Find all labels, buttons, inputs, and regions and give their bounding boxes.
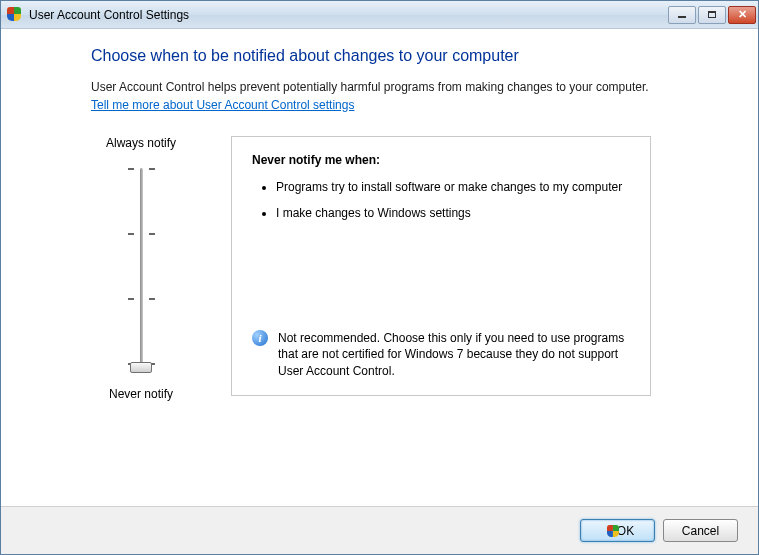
uac-shield-icon (602, 525, 612, 537)
detail-title: Never notify me when: (252, 153, 630, 167)
ok-label: OK (617, 524, 634, 538)
page-heading: Choose when to be notified about changes… (91, 47, 698, 65)
detail-bullets: Programs try to install software or make… (252, 179, 630, 231)
slider-bottom-label: Never notify (109, 387, 173, 401)
notification-slider[interactable] (121, 163, 161, 373)
slider-area: Always notify Never notify Never not (91, 136, 698, 396)
close-button[interactable]: ✕ (728, 6, 756, 24)
level-detail-box: Never notify me when: Programs try to in… (231, 136, 651, 396)
main-content: Choose when to be notified about changes… (1, 29, 758, 506)
ok-button[interactable]: OK (580, 519, 655, 542)
cancel-button[interactable]: Cancel (663, 519, 738, 542)
uac-settings-window: User Account Control Settings ✕ Choose w… (0, 0, 759, 555)
detail-bullet: I make changes to Windows settings (276, 205, 630, 221)
minimize-button[interactable] (668, 6, 696, 24)
slider-thumb[interactable] (130, 362, 152, 373)
client-area: Choose when to be notified about changes… (1, 29, 758, 554)
info-icon: i (252, 330, 268, 346)
detail-bullet: Programs try to install software or make… (276, 179, 630, 195)
help-link[interactable]: Tell me more about User Account Control … (91, 98, 354, 112)
titlebar[interactable]: User Account Control Settings ✕ (1, 1, 758, 29)
window-title: User Account Control Settings (29, 8, 668, 22)
recommendation-text: Not recommended. Choose this only if you… (278, 330, 630, 379)
page-subtext: User Account Control helps prevent poten… (91, 79, 698, 96)
recommendation-row: i Not recommended. Choose this only if y… (252, 330, 630, 379)
uac-shield-icon (7, 7, 23, 23)
cancel-label: Cancel (682, 524, 719, 538)
window-controls: ✕ (668, 6, 756, 24)
slider-column: Always notify Never notify (91, 136, 191, 396)
dialog-footer: OK Cancel (1, 506, 758, 554)
slider-top-label: Always notify (106, 136, 176, 150)
maximize-button[interactable] (698, 6, 726, 24)
